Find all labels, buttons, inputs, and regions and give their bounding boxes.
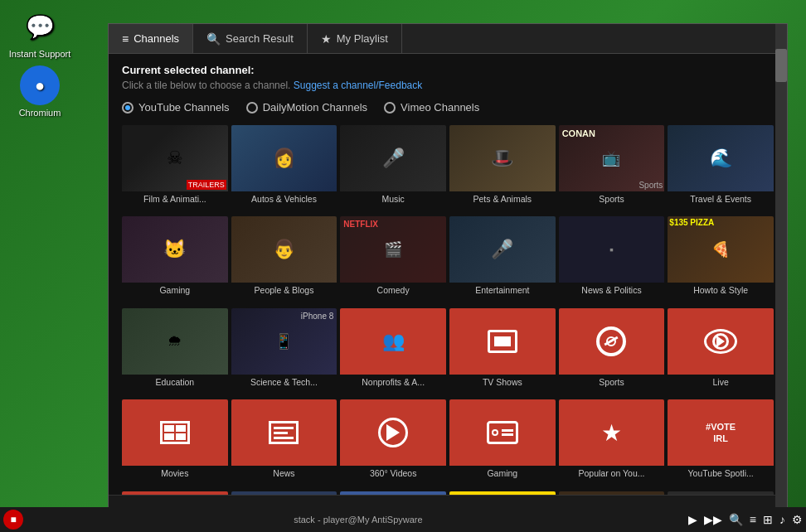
chromium-icon: ● (20, 65, 60, 105)
volume-icon[interactable]: ♪ (779, 513, 785, 526)
tile-nonprofits-label: Nonprofits & A... (340, 375, 446, 389)
tab-playlist[interactable]: ★ My Playlist (308, 24, 402, 53)
suggest-link[interactable]: Suggest a channel/Feedback (294, 80, 422, 91)
tab-playlist-label: My Playlist (337, 32, 388, 45)
taskbar-text: stack - player@My AntiSpyware (28, 515, 688, 525)
desktop-icon-label: Instant Support (9, 49, 71, 59)
tile-education[interactable]: 🌧 Education (122, 308, 228, 396)
tile-music-img: 🎤 (340, 125, 446, 191)
tile-nonprofits-img: 👥 (340, 308, 446, 375)
fast-forward-icon[interactable]: ▶▶ (704, 513, 722, 526)
tile-travel[interactable]: 🌊 Travel & Events (668, 125, 774, 213)
tile-travel-label: Travel & Events (668, 191, 774, 206)
tile-news-politics-label: News & Politics (559, 283, 665, 297)
search-icon: 🔍 (206, 32, 221, 46)
tile-gaming-label: Gaming (122, 283, 228, 297)
desktop-icon-label: Chromium (19, 108, 61, 118)
tile-live-label: Live (668, 375, 774, 389)
tile-entertainment-img: 🎤 (449, 216, 556, 283)
tile-nonprofits[interactable]: 👥 Nonprofits & A... (340, 308, 446, 396)
start-button[interactable]: ■ (3, 510, 23, 530)
channel-source-options: YouTube Channels DailyMotion Channels Vi… (122, 101, 774, 114)
tile-360-img (340, 399, 446, 466)
tile-film-img: ☠ TRAILERS (122, 125, 228, 191)
channel-sub-text: Click a tile below to choose a channel. … (122, 80, 774, 91)
tile-travel-img: 🌊 (668, 125, 774, 191)
tab-search[interactable]: 🔍 Search Result (193, 24, 308, 53)
tile-music-label: Music (340, 191, 446, 206)
tile-news-politics[interactable]: ▪ News & Politics (559, 216, 665, 304)
grid-icon[interactable]: ⊞ (763, 513, 773, 526)
start-icon: ■ (10, 514, 16, 525)
radio-youtube[interactable]: YouTube Channels (122, 101, 230, 114)
radio-dot-youtube (122, 102, 134, 114)
tile-film-label: Film & Animati... (122, 191, 228, 206)
tile-comedy[interactable]: NETFLIX 🎬 Comedy (340, 216, 446, 304)
tile-pets[interactable]: 🎩 Pets & Animals (449, 125, 556, 213)
tile-education-img: 🌧 (122, 308, 228, 375)
tile-entertainment[interactable]: 🎤 Entertainment (449, 216, 556, 304)
tile-popular-label: Popular on You... (559, 466, 665, 481)
tile-news-red-img (231, 399, 337, 466)
search-taskbar-icon[interactable]: 🔍 (729, 513, 743, 526)
tile-science[interactable]: iPhone 8 📱 Science & Tech... (231, 308, 337, 396)
taskbar-icons: ▶ ▶▶ 🔍 ≡ ⊞ ♪ ⚙ (688, 513, 803, 526)
tile-spotlight[interactable]: #VOTEIRL YouTube Spotli... (668, 399, 774, 487)
tile-360[interactable]: 360° Videos (340, 399, 446, 487)
tile-news-red-label: News (231, 466, 337, 481)
play-icon[interactable]: ▶ (688, 513, 697, 526)
nav-bar: ≡ Channels 🔍 Search Result ★ My Playlist (109, 24, 787, 54)
scrollbar-thumb[interactable] (775, 49, 787, 82)
tile-entertainment-label: Entertainment (449, 283, 556, 297)
tile-autos-label: Autos & Vehicles (231, 191, 337, 206)
radio-vimeo-label: Vimeo Channels (401, 101, 479, 114)
list-icon[interactable]: ≡ (750, 513, 756, 526)
desktop-icons: 💬 Instant Support ● Chromium (0, 0, 80, 124)
tile-music[interactable]: 🎤 Music (340, 125, 446, 213)
current-channel-label: Current selected channel: (122, 64, 255, 76)
tile-people[interactable]: 👨 People & Blogs (231, 216, 337, 304)
desktop-icon-chromium[interactable]: ● Chromium (7, 65, 73, 118)
tile-news-politics-img: ▪ (559, 216, 665, 283)
tile-autos[interactable]: 👩 Autos & Vehicles (231, 125, 337, 213)
tile-tvshows[interactable]: TV Shows (449, 308, 556, 396)
radio-vimeo[interactable]: Vimeo Channels (384, 101, 479, 114)
tile-sports-red-img (559, 308, 665, 375)
tile-tvshows-label: TV Shows (449, 375, 556, 389)
tile-gaming-img: 🐱 (122, 216, 228, 283)
settings-icon[interactable]: ⚙ (792, 513, 803, 526)
tile-popular[interactable]: ★ Popular on You... (559, 399, 665, 487)
tile-education-label: Education (122, 375, 228, 389)
radio-dot-vimeo (384, 102, 396, 114)
tile-360-label: 360° Videos (340, 466, 446, 481)
tile-sports[interactable]: CONAN 📺 Sports Sports (559, 125, 665, 213)
tile-gaming2-img (449, 399, 556, 466)
current-channel-info: Current selected channel: (122, 64, 774, 76)
radio-dailymotion[interactable]: DailyMotion Channels (246, 101, 367, 114)
tile-sports-label: Sports (559, 191, 665, 206)
tile-pets-img: 🎩 (449, 125, 556, 191)
star-icon: ★ (321, 32, 332, 46)
tile-popular-img: ★ (559, 399, 665, 466)
tile-gaming[interactable]: 🐱 Gaming (122, 216, 228, 304)
tab-channels[interactable]: ≡ Channels (109, 24, 193, 53)
tile-movies[interactable]: Movies (122, 399, 228, 487)
tile-film[interactable]: ☠ TRAILERS Film & Animati... (122, 125, 228, 213)
channels-icon: ≡ (122, 32, 129, 46)
desktop-icon-instant-support[interactable]: 💬 Instant Support (7, 7, 73, 59)
tile-howto[interactable]: $135 PIZZA 🍕 Howto & Style (668, 216, 774, 304)
tile-sports-red[interactable]: Sports (559, 308, 665, 396)
tile-spotlight-label: YouTube Spotli... (668, 466, 774, 481)
tile-live[interactable]: Live (668, 308, 774, 396)
radio-dot-dailymotion (246, 102, 258, 114)
tile-comedy-label: Comedy (340, 283, 446, 297)
radio-dailymotion-label: DailyMotion Channels (263, 101, 367, 114)
tile-gaming2-label: Gaming (449, 466, 556, 481)
tile-gaming2[interactable]: Gaming (449, 399, 556, 487)
tile-autos-img: 👩 (231, 125, 337, 191)
instant-support-icon: 💬 (20, 7, 60, 46)
tile-howto-label: Howto & Style (668, 283, 774, 297)
tile-news-red[interactable]: News (231, 399, 337, 487)
tile-howto-img: $135 PIZZA 🍕 (668, 216, 774, 283)
scrollbar[interactable] (775, 24, 787, 520)
